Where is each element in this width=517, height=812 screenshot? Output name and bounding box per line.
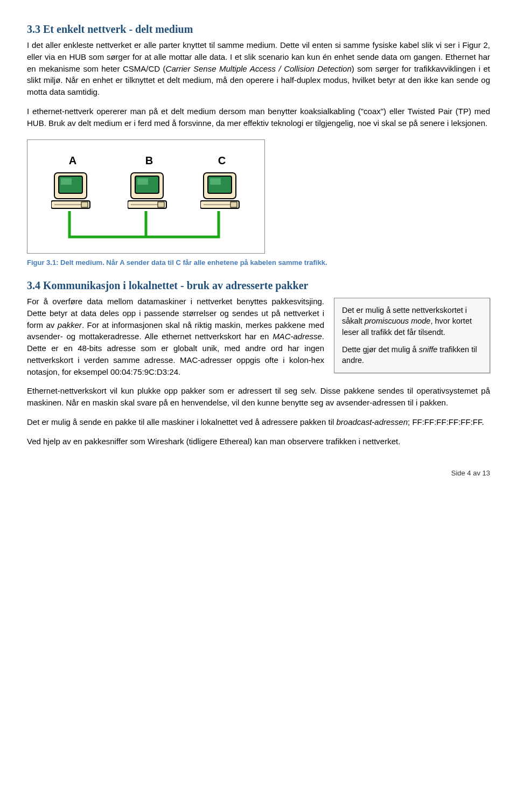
section-3-3-paragraph-2: I ethernet-nettverk opererer man på et d… — [27, 106, 490, 129]
svg-rect-8 — [137, 178, 148, 185]
computer-icon — [51, 170, 94, 212]
computer-icon — [128, 170, 171, 212]
two-column-layout: For å overføre data mellom datamaskiner … — [27, 296, 490, 385]
section-3-4-paragraph-3: Det er mulig å sende en pakke til alle m… — [27, 416, 490, 428]
emphasis-mac: MAC-adresse — [273, 332, 322, 341]
network-diagram: A B C — [27, 139, 265, 254]
label-a: A — [48, 153, 97, 169]
emphasis-pakker: pakker — [58, 320, 82, 330]
section-3-3-paragraph-1: I det aller enkleste nettverket er alle … — [27, 39, 490, 98]
section-3-4-paragraph-1: For å overføre data mellom datamaskiner … — [27, 296, 324, 377]
computer-c: C — [197, 153, 247, 215]
section-3-4-paragraph-2: Ethernet-nettverkskort vil kun plukke op… — [27, 385, 490, 409]
svg-rect-14 — [210, 178, 221, 185]
callout-box: Det er mulig å sette nettverkskortet i s… — [334, 298, 490, 373]
svg-rect-5 — [81, 202, 88, 207]
section-3-4-heading: 3.4 Kommunikasjon i lokalnettet - bruk a… — [27, 278, 490, 293]
svg-rect-17 — [230, 202, 237, 207]
svg-rect-11 — [158, 202, 164, 207]
section-3-4-paragraph-4: Ved hjelp av en pakkesniffer som Wiresha… — [27, 436, 490, 447]
computer-icon — [200, 170, 243, 212]
label-b: B — [124, 153, 174, 169]
text: Dette gjør det mulig å — [342, 345, 419, 354]
computer-a: A — [48, 153, 97, 215]
figure-caption: Figur 3.1: Delt medium. Når A sender dat… — [27, 258, 490, 268]
text: ; FF:FF:FF:FF:FF:FF. — [408, 417, 484, 426]
svg-rect-2 — [61, 178, 72, 185]
main-text-column: For å overføre data mellom datamaskiner … — [27, 296, 324, 385]
emphasis-broadcast: broadcast-adressen — [336, 417, 408, 426]
callout-paragraph-2: Dette gjør det mulig å sniffe trafikken … — [342, 344, 482, 366]
callout-paragraph-1: Det er mulig å sette nettverkskortet i s… — [342, 305, 482, 338]
emphasis-promiscuous: promiscuous mode — [365, 317, 431, 325]
label-c: C — [197, 153, 247, 169]
page-footer: Side 4 av 13 — [27, 468, 490, 479]
section-3-3-heading: 3.3 Et enkelt nettverk - delt medium — [27, 22, 490, 37]
emphasis-csma-cd: Carrier Sense Multiple Access / Collisio… — [166, 64, 352, 73]
text: Det er mulig å sende en pakke til alle m… — [27, 417, 336, 426]
computer-b: B — [124, 153, 174, 215]
emphasis-sniffe: sniffe — [419, 345, 438, 354]
